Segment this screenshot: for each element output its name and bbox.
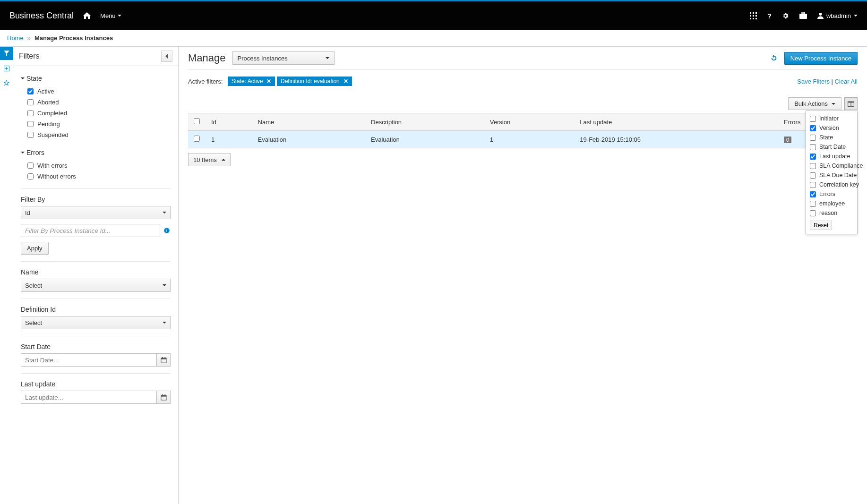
state-option-suspended-label: Suspended (37, 131, 69, 138)
column-option-checkbox[interactable] (810, 135, 816, 141)
svg-rect-17 (166, 230, 167, 232)
column-option-checkbox[interactable] (810, 116, 816, 122)
state-option-aborted-label: Aborted (37, 99, 59, 106)
errors-group-header[interactable]: Errors (21, 149, 171, 156)
collapse-filters-button[interactable] (161, 51, 172, 62)
column-option-checkbox[interactable] (810, 154, 816, 160)
errors-option-with-errors-label: With errors (37, 162, 68, 169)
column-option-state[interactable]: State (810, 133, 853, 142)
errors-option-with-errors[interactable]: With errors (21, 160, 171, 171)
briefcase-icon[interactable] (799, 12, 807, 19)
clear-all-link[interactable]: Clear All (835, 78, 858, 85)
filter-by-input[interactable] (21, 224, 160, 237)
column-option-correlation-key[interactable]: Correlation key (810, 180, 853, 189)
manage-type-value: Process Instances (238, 55, 288, 62)
state-option-suspended-checkbox[interactable] (27, 132, 34, 138)
column-option-employee[interactable]: employee (810, 199, 853, 208)
column-option-checkbox[interactable] (810, 144, 816, 150)
state-option-completed[interactable]: Completed (21, 108, 171, 119)
column-option-checkbox[interactable] (810, 125, 816, 131)
last-update-input[interactable] (21, 391, 156, 404)
errors-option-without-errors-label: Without errors (37, 173, 76, 180)
manage-type-dropdown[interactable]: Process Instances (232, 51, 335, 65)
reset-columns-button[interactable]: Reset (810, 221, 832, 230)
rail-star-icon[interactable] (0, 76, 13, 89)
column-option-errors[interactable]: Errors (810, 189, 853, 199)
help-icon[interactable]: ? (767, 12, 772, 20)
rail-plus-icon[interactable] (0, 62, 13, 75)
column-chooser-popover: InitiatorVersionStateStart DateLast upda… (806, 111, 858, 234)
apps-icon[interactable] (750, 12, 757, 19)
svg-rect-8 (755, 18, 757, 19)
col-header-description[interactable]: Description (365, 113, 484, 131)
errors-option-without-errors-checkbox[interactable] (27, 173, 34, 179)
page-size-dropdown[interactable]: 10 Items (188, 153, 231, 166)
close-icon[interactable]: ✕ (343, 78, 348, 85)
table-row[interactable]: 1EvaluationEvaluation119-Feb-2019 15:10:… (188, 131, 858, 148)
column-option-last-update[interactable]: Last update (810, 152, 853, 161)
errors-badge: 0 (784, 137, 791, 143)
new-process-instance-button[interactable]: New Process Instance (784, 52, 858, 65)
column-option-checkbox[interactable] (810, 182, 816, 188)
menu-dropdown[interactable]: Menu (100, 12, 121, 19)
column-option-label: State (819, 134, 833, 141)
state-option-active[interactable]: Active (21, 86, 171, 97)
column-option-checkbox[interactable] (810, 191, 816, 197)
column-option-label: Last update (819, 153, 850, 160)
calendar-icon[interactable] (156, 391, 171, 404)
column-option-checkbox[interactable] (810, 163, 816, 169)
state-option-aborted-checkbox[interactable] (27, 99, 34, 105)
column-option-checkbox[interactable] (810, 172, 816, 179)
col-header-name[interactable]: Name (252, 113, 366, 131)
column-option-label: Version (819, 125, 839, 131)
chevron-down-icon (832, 103, 835, 105)
calendar-icon[interactable] (156, 353, 171, 367)
svg-rect-20 (161, 358, 166, 359)
name-select[interactable]: Select (21, 279, 171, 292)
state-option-aborted[interactable]: Aborted (21, 97, 171, 108)
rail-filter-icon[interactable] (0, 47, 13, 60)
bulk-actions-label: Bulk Actions (794, 100, 828, 107)
save-filters-link[interactable]: Save Filters (797, 78, 830, 85)
svg-marker-15 (4, 80, 9, 85)
column-option-sla-due-date[interactable]: SLA Due Date (810, 171, 853, 180)
row-checkbox[interactable] (194, 136, 200, 142)
cell-id: 1 (206, 131, 252, 148)
start-date-input[interactable] (21, 353, 156, 367)
col-header-version[interactable]: Version (484, 113, 575, 131)
column-option-start-date[interactable]: Start Date (810, 142, 853, 152)
state-option-pending-checkbox[interactable] (27, 121, 34, 127)
state-group-header[interactable]: State (21, 75, 171, 82)
column-chooser-button[interactable] (844, 97, 858, 110)
state-option-completed-checkbox[interactable] (27, 110, 34, 116)
breadcrumb-home[interactable]: Home (7, 34, 24, 42)
errors-option-with-errors-checkbox[interactable] (27, 162, 34, 169)
column-option-checkbox[interactable] (810, 210, 816, 216)
filters-panel: Filters State ActiveAbortedCompletedPend… (13, 47, 179, 504)
select-all-checkbox[interactable] (194, 118, 200, 124)
errors-option-without-errors[interactable]: Without errors (21, 171, 171, 182)
apply-button[interactable]: Apply (21, 242, 49, 255)
refresh-icon[interactable] (770, 54, 778, 62)
column-option-initiator[interactable]: Initiator (810, 114, 853, 123)
bulk-actions-dropdown[interactable]: Bulk Actions (788, 97, 841, 110)
definition-select[interactable]: Select (21, 316, 171, 329)
filter-by-select[interactable]: Id (21, 206, 171, 219)
col-header-last-update[interactable]: Last update (574, 113, 778, 131)
user-menu[interactable]: wbadmin (817, 12, 858, 19)
home-icon[interactable] (83, 12, 91, 19)
state-option-completed-label: Completed (37, 110, 67, 117)
state-option-active-checkbox[interactable] (27, 88, 34, 94)
column-option-reason[interactable]: reason (810, 208, 853, 218)
chip-text: Definition Id: evaluation (281, 78, 340, 85)
close-icon[interactable]: ✕ (266, 78, 271, 85)
col-header-id[interactable]: Id (206, 113, 252, 131)
column-option-version[interactable]: Version (810, 123, 853, 133)
column-option-checkbox[interactable] (810, 201, 816, 207)
state-option-suspended[interactable]: Suspended (21, 129, 171, 140)
filter-by-label: Filter By (21, 196, 171, 203)
gear-icon[interactable] (782, 12, 789, 19)
column-option-sla-compliance[interactable]: SLA Compliance (810, 161, 853, 171)
info-icon[interactable] (163, 227, 171, 234)
state-option-pending[interactable]: Pending (21, 119, 171, 129)
